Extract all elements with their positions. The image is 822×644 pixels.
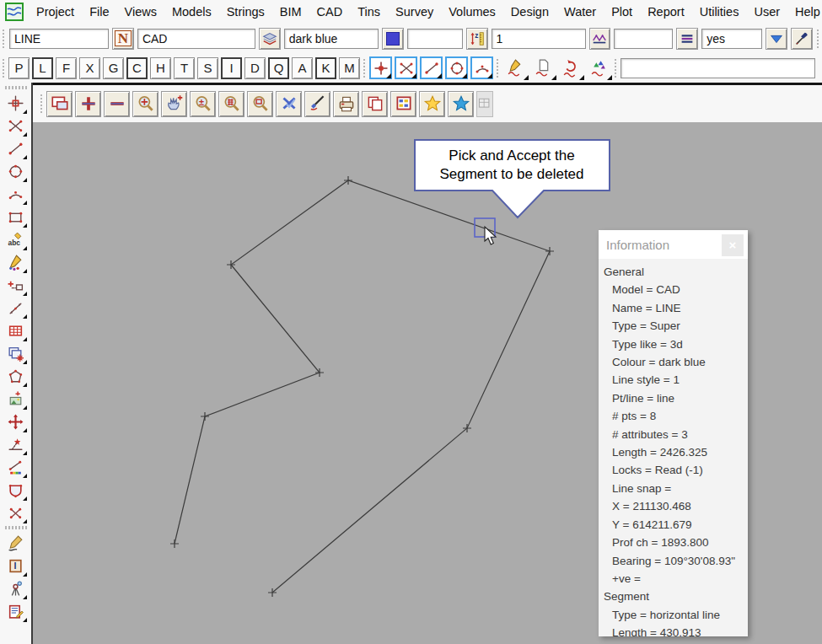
menu-strings[interactable]: Strings	[219, 3, 272, 21]
vertex-cross-marker[interactable]	[545, 247, 554, 255]
vertex-cross-marker[interactable]	[201, 412, 209, 421]
tinable-input[interactable]	[701, 29, 762, 49]
create-grid-button[interactable]	[4, 319, 28, 342]
menu-design[interactable]: Design	[503, 3, 556, 21]
view-settings-button[interactable]	[390, 91, 416, 117]
toolbar-grip[interactable]	[2, 30, 6, 48]
zoom-out-button[interactable]	[104, 91, 130, 117]
string-functions-button[interactable]	[586, 56, 611, 79]
pan-button[interactable]	[161, 91, 187, 117]
toggle-g-button[interactable]: G	[103, 57, 124, 79]
command-input[interactable]	[621, 58, 815, 78]
weight-input[interactable]	[614, 29, 673, 49]
insert-image-button[interactable]	[4, 388, 28, 411]
toggle-h-button[interactable]: H	[150, 57, 171, 79]
menu-user[interactable]: User	[746, 3, 787, 21]
toolbar-grip[interactable]	[40, 94, 44, 113]
favourite-views-button[interactable]	[419, 91, 445, 117]
toolbar-grip[interactable]	[496, 59, 500, 78]
line-snap-button[interactable]	[420, 56, 443, 79]
menu-plot[interactable]: Plot	[604, 3, 640, 21]
redraw-button[interactable]	[304, 91, 330, 117]
arc-snap-button[interactable]	[470, 56, 493, 79]
name-input[interactable]	[9, 29, 109, 49]
zoom-extents-button[interactable]	[132, 91, 158, 117]
toggle-t-button[interactable]: T	[174, 57, 195, 79]
toggle-f-button[interactable]: F	[56, 57, 77, 79]
toolbar-grip[interactable]	[2, 59, 6, 78]
intersection-snap-button[interactable]	[395, 56, 417, 79]
toggle-d-button[interactable]: D	[244, 57, 266, 79]
menu-project[interactable]: Project	[29, 3, 82, 21]
delete-points-button[interactable]	[4, 502, 28, 524]
toolbar-grip[interactable]	[614, 59, 618, 78]
toolbar-grip[interactable]	[363, 59, 367, 78]
menu-tins[interactable]: Tins	[350, 3, 388, 21]
toggle-q-button[interactable]: Q	[268, 57, 289, 79]
copy-point-button[interactable]	[4, 274, 28, 297]
create-polygon-button[interactable]	[4, 365, 28, 388]
copy-view-button[interactable]	[362, 91, 388, 117]
height-picker-button[interactable]: z	[466, 28, 488, 50]
toggle-x-button[interactable]: X	[79, 57, 100, 79]
shared-views-button[interactable]	[448, 91, 474, 117]
open-view-button[interactable]	[46, 91, 73, 117]
toolbar-grip[interactable]	[5, 526, 27, 529]
string-recalc-button[interactable]	[558, 56, 583, 79]
vertex-cross-marker[interactable]	[170, 539, 179, 548]
plot-print-button[interactable]	[333, 91, 359, 117]
create-circle-button[interactable]	[4, 160, 28, 183]
menu-volumes[interactable]: Volumes	[441, 3, 503, 21]
translate-button[interactable]	[4, 411, 28, 433]
height-input[interactable]	[407, 29, 463, 49]
toggle-m-button[interactable]: M	[339, 57, 360, 79]
menu-bim[interactable]: BIM	[272, 3, 309, 21]
segment-colours-button[interactable]	[4, 456, 28, 479]
toggle-p-button[interactable]: P	[8, 57, 30, 79]
zoom-previous-button[interactable]	[247, 91, 273, 117]
menu-cad[interactable]: CAD	[309, 3, 351, 21]
menu-help[interactable]: Help	[787, 3, 822, 21]
menu-survey[interactable]: Survey	[388, 3, 441, 21]
freehand-draw-button[interactable]	[4, 532, 28, 555]
model-picker-button[interactable]	[259, 28, 281, 50]
toggle-s-button[interactable]: S	[197, 57, 218, 79]
inactive-view-button[interactable]	[476, 91, 493, 117]
menu-utilities[interactable]: Utilities	[692, 3, 747, 21]
create-intersection-button[interactable]	[4, 115, 28, 137]
project-point-button[interactable]	[4, 433, 28, 456]
menu-report[interactable]: Report	[640, 3, 692, 21]
weight-picker-button[interactable]	[676, 28, 698, 50]
cancel-redraw-button[interactable]	[276, 91, 302, 117]
shield-polygon-button[interactable]	[4, 479, 28, 502]
menu-views[interactable]: Views	[117, 3, 164, 21]
colour-picker-button[interactable]	[382, 28, 404, 50]
measure-bearing-button[interactable]	[4, 297, 28, 319]
close-icon[interactable]: ×	[722, 234, 744, 256]
zoom-scale-button[interactable]: ±	[190, 91, 216, 117]
create-text-button[interactable]: abc	[4, 228, 28, 251]
linestyle-input[interactable]	[492, 29, 586, 49]
menu-models[interactable]: Models	[164, 3, 219, 21]
colour-input[interactable]	[284, 29, 379, 49]
toolbar-grip[interactable]	[5, 86, 27, 89]
create-point-button[interactable]	[4, 92, 28, 115]
linestyle-picker-button[interactable]	[589, 28, 611, 50]
toggle-a-button[interactable]: A	[292, 57, 313, 79]
pick-attributes-button[interactable]	[791, 28, 813, 50]
create-arc-button[interactable]	[4, 183, 28, 206]
circle-snap-button[interactable]	[445, 56, 468, 79]
toggle-k-button[interactable]: K	[315, 57, 336, 79]
create-rectangle-button[interactable]	[4, 206, 28, 228]
create-line-button[interactable]	[4, 137, 28, 160]
survey-tool-button[interactable]	[4, 577, 28, 600]
edit-notes-button[interactable]	[4, 600, 28, 623]
toggle-l-button[interactable]: L	[32, 57, 53, 79]
drawing-canvas[interactable]: Pick and Accept the Segment to be delete…	[33, 122, 822, 644]
menu-water[interactable]: Water	[556, 3, 604, 21]
toolbar-grip[interactable]	[816, 30, 820, 48]
tinable-dropdown-button[interactable]	[766, 28, 787, 50]
toggle-c-button[interactable]: C	[126, 57, 148, 79]
vertex-cross-marker[interactable]	[344, 176, 352, 185]
menu-file[interactable]: File	[82, 3, 116, 21]
